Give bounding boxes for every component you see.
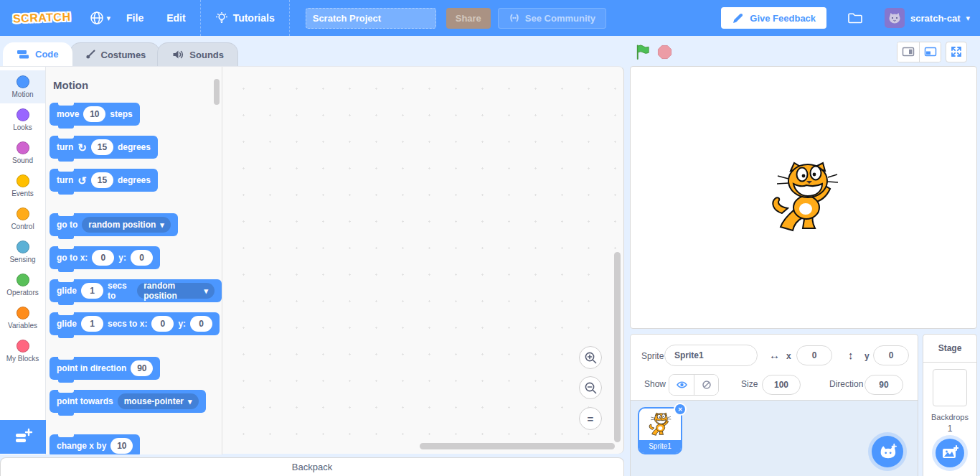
block-text: go to x: bbox=[57, 253, 88, 263]
username-label: scratch-cat bbox=[910, 13, 960, 24]
stop-button[interactable] bbox=[657, 45, 672, 60]
block-point-in-direction[interactable]: point in direction 90 bbox=[50, 357, 160, 380]
block-glide-to-xy[interactable]: glide 1 secs to x: 0 y: 0 bbox=[50, 312, 220, 335]
block-change-x-by[interactable]: change x by 10 bbox=[50, 434, 140, 454]
sprite-list: Sprite1 ✕ bbox=[631, 401, 918, 476]
block-go-to-xy[interactable]: go to x: 0 y: 0 bbox=[50, 246, 160, 269]
block-number-input[interactable]: 15 bbox=[91, 139, 113, 155]
category-my-blocks[interactable]: My Blocks bbox=[0, 335, 45, 368]
zoom-out-button[interactable] bbox=[579, 376, 602, 399]
block-number-input[interactable]: 90 bbox=[131, 360, 153, 376]
add-sprite-button[interactable] bbox=[872, 436, 903, 467]
y-position-input[interactable]: 0 bbox=[873, 345, 909, 365]
zoom-in-button[interactable] bbox=[579, 346, 602, 369]
palette-scrollbar[interactable] bbox=[214, 79, 220, 105]
block-dropdown[interactable]: mouse-pointer bbox=[118, 393, 199, 409]
canvas-horizontal-scrollbar[interactable] bbox=[420, 443, 615, 449]
fullscreen-button[interactable] bbox=[946, 42, 967, 62]
category-looks[interactable]: Looks bbox=[0, 103, 45, 136]
add-backdrop-button[interactable] bbox=[936, 439, 964, 467]
block-text: glide bbox=[57, 286, 77, 296]
tutorials-menu[interactable]: Tutorials bbox=[208, 11, 282, 24]
code-canvas[interactable] bbox=[223, 67, 624, 454]
backdrop-count: 1 bbox=[923, 424, 976, 434]
block-go-to[interactable]: go to random position bbox=[50, 213, 178, 236]
category-motion[interactable]: Motion bbox=[0, 70, 45, 103]
sprite-pane: Sprite Sprite1 ↔ x 0 ↕ y 0 Show Size 100… bbox=[630, 334, 918, 476]
edit-menu[interactable]: Edit bbox=[159, 12, 192, 24]
block-move-steps[interactable]: move 10 steps bbox=[50, 103, 140, 126]
see-community-button[interactable]: See Community bbox=[498, 8, 606, 29]
sprite-card-sprite1[interactable]: Sprite1 ✕ bbox=[638, 407, 682, 454]
zoom-reset-button[interactable]: = bbox=[579, 407, 602, 430]
category-control[interactable]: Control bbox=[0, 202, 45, 235]
direction-input[interactable]: 90 bbox=[864, 375, 903, 395]
stage[interactable] bbox=[630, 66, 977, 329]
scratch-logo[interactable]: SCRATCH bbox=[13, 11, 71, 26]
block-number-input[interactable]: 0 bbox=[190, 316, 212, 332]
category-sensing[interactable]: Sensing bbox=[0, 235, 45, 269]
block-number-input[interactable]: 1 bbox=[81, 316, 103, 332]
block-turn-left[interactable]: turn ↺ 15 degrees bbox=[50, 169, 158, 192]
category-events[interactable]: Events bbox=[0, 169, 45, 202]
block-text: turn bbox=[57, 142, 73, 152]
operators-color-dot bbox=[17, 274, 29, 286]
category-label: Looks bbox=[13, 123, 32, 131]
size-input[interactable]: 100 bbox=[762, 375, 801, 395]
add-extension-button[interactable] bbox=[0, 420, 46, 454]
tab-code-label: Code bbox=[35, 49, 59, 60]
cat-sprite[interactable] bbox=[771, 161, 839, 234]
account-menu[interactable]: scratch-cat ▾ bbox=[885, 8, 970, 28]
category-variables[interactable]: Variables bbox=[0, 302, 45, 335]
block-number-input[interactable]: 10 bbox=[110, 438, 133, 454]
block-number-input[interactable]: 0 bbox=[151, 316, 174, 332]
backpack-bar[interactable]: Backpack bbox=[0, 457, 624, 476]
block-glide-to[interactable]: glide 1 secs to random position bbox=[50, 279, 222, 302]
turn-counterclockwise-icon: ↺ bbox=[77, 175, 87, 186]
block-palette: Motion move 10 steps turn ↻ 15 degrees t… bbox=[46, 67, 222, 454]
sound-color-dot bbox=[17, 141, 29, 154]
block-number-input[interactable]: 0 bbox=[131, 250, 153, 266]
canvas-vertical-scrollbar[interactable] bbox=[614, 252, 621, 442]
y-label: y bbox=[864, 351, 870, 361]
size-label: Size bbox=[741, 379, 758, 389]
category-sound[interactable]: Sound bbox=[0, 136, 45, 169]
block-number-input[interactable]: 10 bbox=[83, 106, 105, 122]
x-position-input[interactable]: 0 bbox=[796, 345, 832, 365]
stage-controls bbox=[630, 41, 977, 62]
block-turn-right[interactable]: turn ↻ 15 degrees bbox=[50, 136, 158, 159]
tab-sounds[interactable]: Sounds bbox=[157, 42, 238, 66]
block-dropdown[interactable]: random position bbox=[137, 283, 215, 299]
show-sprite-button[interactable] bbox=[669, 375, 694, 395]
small-stage-button[interactable] bbox=[897, 42, 919, 62]
sprite-name-input[interactable]: Sprite1 bbox=[664, 345, 758, 366]
share-button[interactable]: Share bbox=[446, 8, 491, 29]
language-selector[interactable]: ▾ bbox=[90, 11, 111, 25]
backdrop-thumbnail[interactable] bbox=[933, 369, 967, 406]
folder-icon[interactable] bbox=[847, 10, 863, 26]
backpack-label: Backpack bbox=[292, 462, 332, 472]
stage-selector-pane[interactable]: Stage Backdrops 1 bbox=[923, 334, 977, 476]
green-flag-button[interactable] bbox=[634, 44, 651, 60]
block-text: go to bbox=[57, 220, 77, 230]
block-number-input[interactable]: 0 bbox=[92, 250, 114, 266]
category-sidebar: Motion Looks Sound Events Control Sensin… bbox=[0, 67, 46, 454]
block-number-input[interactable]: 1 bbox=[81, 283, 103, 299]
block-number-input[interactable]: 15 bbox=[91, 172, 113, 188]
project-name-input[interactable] bbox=[306, 8, 436, 29]
give-feedback-button[interactable]: Give Feedback bbox=[721, 7, 826, 29]
block-point-towards[interactable]: point towards mouse-pointer bbox=[50, 390, 206, 413]
delete-sprite-button[interactable]: ✕ bbox=[674, 403, 687, 416]
large-stage-button[interactable] bbox=[919, 42, 941, 62]
category-operators[interactable]: Operators bbox=[0, 269, 45, 302]
tab-code[interactable]: Code bbox=[3, 42, 72, 66]
hide-sprite-button[interactable] bbox=[694, 375, 718, 395]
block-dropdown[interactable]: random position bbox=[82, 217, 171, 233]
file-menu[interactable]: File bbox=[119, 12, 151, 24]
events-color-dot bbox=[17, 174, 29, 187]
visibility-toggle bbox=[669, 374, 719, 396]
stage-pane-title[interactable]: Stage bbox=[923, 335, 976, 363]
tab-costumes[interactable]: Costumes bbox=[70, 42, 161, 66]
block-text: steps bbox=[110, 109, 132, 119]
see-community-label: See Community bbox=[525, 13, 595, 24]
